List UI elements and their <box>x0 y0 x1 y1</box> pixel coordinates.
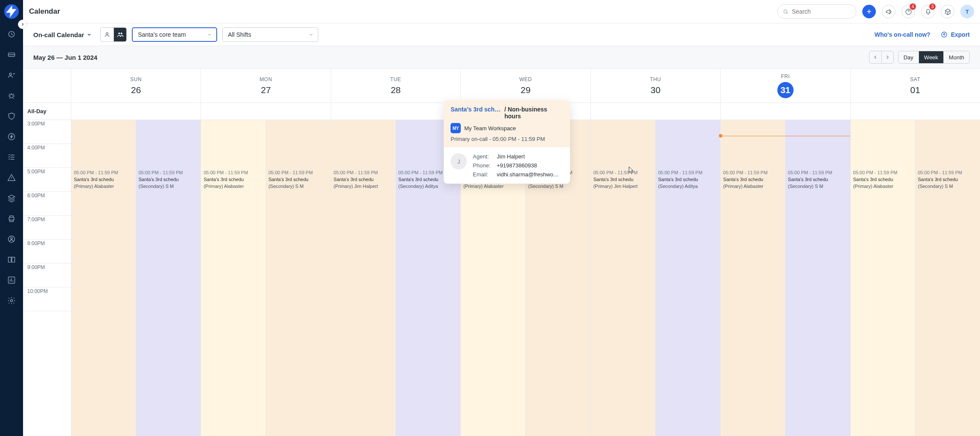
event-block[interactable]: 05:00 PM - 11:59 PMSanta's 3rd schedu(Pr… <box>591 168 720 192</box>
day-header[interactable]: SUN26 <box>71 69 201 102</box>
event-popover: Santa's 3rd sched… / Non-business hours … <box>444 100 570 184</box>
view-month[interactable]: Month <box>943 51 969 63</box>
nav-list-icon[interactable] <box>3 152 20 162</box>
popover-title-link[interactable]: Santa's 3rd sched… <box>451 106 502 113</box>
day-header[interactable]: MON27 <box>201 69 331 102</box>
svg-point-2 <box>9 73 12 75</box>
day-number: 26 <box>131 85 141 95</box>
nav-users-icon[interactable] <box>3 70 20 80</box>
team-select-value: Santa's core team <box>138 31 186 38</box>
left-nav-rail <box>0 0 23 436</box>
all-day-cell[interactable] <box>71 103 201 120</box>
all-day-cell[interactable] <box>591 103 721 120</box>
notif-badge: 3 <box>929 3 936 10</box>
hour-label: 8:00PM <box>23 240 71 263</box>
user-avatar[interactable]: T <box>960 5 974 18</box>
export-label: Export <box>951 31 970 38</box>
email-label: Email: <box>473 171 494 178</box>
view-week[interactable]: Week <box>919 51 943 63</box>
event-block[interactable]: 05:00 PM - 11:59 PMSanta's 3rd schedu(Pr… <box>71 168 201 192</box>
page-title: Calendar <box>29 7 60 16</box>
apps-button[interactable] <box>941 5 954 18</box>
next-week-button[interactable] <box>881 51 893 63</box>
day-column[interactable]: 05:00 PM - 11:59 PMSanta's 3rd schedu(Pr… <box>71 120 201 436</box>
help-button[interactable]: 4 <box>901 5 915 18</box>
nav-bug-icon[interactable] <box>3 91 20 101</box>
hour-label: 10:00PM <box>23 287 71 311</box>
nav-shield-icon[interactable] <box>3 111 20 121</box>
whos-on-call-link[interactable]: Who's on-call now? <box>875 31 931 38</box>
day-header[interactable]: TUE28 <box>331 69 461 102</box>
all-day-cell[interactable] <box>201 103 331 120</box>
svg-point-7 <box>11 237 12 239</box>
calendar-header: SUN26MON27TUE28WED29THU30FRI31SAT01 <box>23 69 980 103</box>
nav-layers-icon[interactable] <box>3 193 20 203</box>
email-value: vidhi.sharma@freshwo… <box>497 171 558 178</box>
day-column[interactable]: 05:00 PM - 11:59 PMSanta's 3rd schedu(Pr… <box>331 120 461 436</box>
section-title-text: On-call Calendar <box>33 31 84 38</box>
day-column[interactable]: 05:00 PM - 11:59 PMSanta's 3rd schedu(Pr… <box>201 120 331 436</box>
nav-oncall-icon[interactable] <box>3 234 20 244</box>
view-switch: Day Week Month <box>898 51 970 64</box>
prev-week-button[interactable] <box>869 51 881 63</box>
day-column[interactable]: 05:00 PM - 11:59 PMSanta's 3rd schedu(Pr… <box>851 120 980 436</box>
day-column[interactable]: 05:00 PM - 11:59 PMSanta's 3rd schedu(Pr… <box>591 120 721 436</box>
nav-reports-icon[interactable] <box>3 275 20 285</box>
day-of-week: SUN <box>130 76 142 82</box>
date-nav <box>869 51 894 64</box>
all-day-cell[interactable] <box>331 103 461 120</box>
shift-select[interactable]: All Shifts <box>222 27 318 42</box>
day-number: 29 <box>521 85 530 95</box>
team-select[interactable]: Santa's core team <box>132 27 217 42</box>
nav-settings-icon[interactable] <box>3 296 20 306</box>
all-day-label: All-Day <box>23 103 71 120</box>
chevron-down-icon <box>207 32 212 37</box>
agent-name: Jim Halpert <box>497 153 525 160</box>
app-logo[interactable] <box>4 4 19 19</box>
nav-warning-icon[interactable] <box>3 173 20 183</box>
help-badge: 4 <box>910 3 916 10</box>
day-header[interactable]: WED29 <box>461 69 590 102</box>
topbar: Calendar 4 3 T <box>23 0 980 23</box>
day-header[interactable]: SAT01 <box>851 69 980 102</box>
agent-avatar: J <box>451 153 467 170</box>
nav-tickets-icon[interactable] <box>3 50 20 60</box>
svg-point-13 <box>118 32 120 34</box>
add-button[interactable] <box>862 5 876 18</box>
search-box[interactable] <box>777 4 856 19</box>
day-of-week: TUE <box>390 76 401 82</box>
nav-book-icon[interactable] <box>3 255 20 265</box>
export-button[interactable]: Export <box>941 31 970 38</box>
now-indicator <box>721 136 850 136</box>
day-number: 27 <box>261 85 270 95</box>
svg-point-9 <box>11 300 13 302</box>
nav-bolt-icon[interactable] <box>3 132 20 142</box>
day-header[interactable]: THU30 <box>591 69 721 102</box>
day-header[interactable]: FRI31 <box>721 69 850 102</box>
day-number: 30 <box>651 85 660 95</box>
view-day[interactable]: Day <box>899 51 919 63</box>
nav-dashboard-icon[interactable] <box>3 29 20 39</box>
team-toggle[interactable] <box>113 28 126 41</box>
event-block[interactable]: 05:00 PM - 11:59 PMSanta's 3rd schedu(Pr… <box>331 168 460 192</box>
section-title[interactable]: On-call Calendar <box>33 31 95 38</box>
date-range: May 26 — Jun 1 2024 <box>33 54 97 61</box>
agent-label: Agent: <box>473 153 494 160</box>
event-block[interactable]: 05:00 PM - 11:59 PMSanta's 3rd schedu(Pr… <box>201 168 330 192</box>
announce-button[interactable] <box>882 5 896 18</box>
event-block[interactable]: 05:00 PM - 11:59 PMSanta's 3rd schedu(Pr… <box>721 168 850 192</box>
svg-point-4 <box>9 134 15 140</box>
nav-print-icon[interactable] <box>3 214 20 224</box>
day-column[interactable]: 05:00 PM - 11:59 PMSanta's 3rd schedu(Pr… <box>721 120 850 436</box>
all-day-cell[interactable] <box>721 103 850 120</box>
hour-label: 3:00PM <box>23 120 71 144</box>
event-block[interactable]: 05:00 PM - 11:59 PMSanta's 3rd schedu(Pr… <box>851 168 980 192</box>
chevron-down-icon <box>308 32 314 37</box>
svg-point-3 <box>10 94 13 98</box>
single-agent-toggle[interactable] <box>101 28 113 41</box>
search-input[interactable] <box>792 8 851 15</box>
all-day-cell[interactable] <box>851 103 980 120</box>
day-number: 28 <box>391 85 401 95</box>
notifications-button[interactable]: 3 <box>921 5 935 18</box>
popover-title-rest: / Non-business hours <box>504 106 563 120</box>
